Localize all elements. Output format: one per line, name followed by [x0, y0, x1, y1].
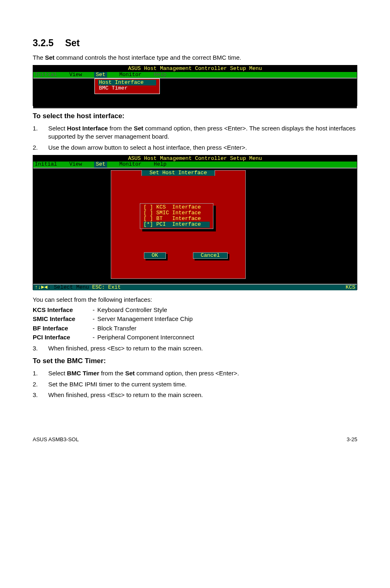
- def-key: SMIC Interface: [33, 314, 90, 323]
- def-val: Server Management Interface Chip: [97, 314, 194, 323]
- subhead-select-host-interface: To select the host interface:: [33, 112, 357, 121]
- dos-titlebar: ASUS Host Management Controller Setup Me…: [33, 155, 357, 162]
- status-right: KCS: [346, 285, 355, 290]
- menu-monitor: Monitor: [119, 162, 142, 167]
- lead-pre: The: [33, 54, 45, 61]
- set-dropdown: Host Interface BMC Timer: [94, 79, 160, 94]
- menu-set: Set: [94, 162, 107, 167]
- page-footer: ASUS ASMB3-SOL 3-25: [33, 436, 357, 443]
- cancel-button: Cancel: [193, 252, 228, 259]
- screenshot-set-dropdown: ASUS Host Management Controller Setup Me…: [33, 65, 357, 106]
- table-row: KCS Interface - Keyboard Controller Styl…: [33, 305, 194, 314]
- dos-statusbar: ↑↓►◄: Select Menu ESC: Exit KCS: [33, 285, 357, 290]
- screenshot-set-host-interface-dialog: ASUS Host Management Controller Setup Me…: [33, 155, 357, 290]
- steps-finish-1: 3. When finished, press <Esc> to return …: [33, 344, 357, 352]
- interface-option-selected: [*] PCI Interface: [143, 222, 210, 227]
- def-val: Block Transfer: [97, 324, 194, 333]
- menu-help: Help: [154, 72, 166, 78]
- table-row: BF Interface - Block Transfer: [33, 324, 194, 333]
- interface-option: [ ] SMIC Interface: [143, 210, 210, 216]
- dropdown-bmc-timer: BMC Timer: [98, 85, 156, 91]
- def-key: PCI Interface: [33, 333, 90, 342]
- step-number: 1.: [33, 124, 48, 141]
- interface-option: [ ] KCS Interface: [143, 204, 210, 210]
- def-key: BF Interface: [33, 324, 90, 333]
- dos-menubar: Initial View Set Monitor Help: [33, 72, 357, 78]
- ok-button: OK: [144, 252, 166, 259]
- def-dash: -: [90, 333, 97, 342]
- step-text: When finished, press <Esc> to return to …: [48, 344, 357, 352]
- dos-menubar: Initial View Set Monitor Help: [33, 162, 357, 167]
- dos-titlebar: ASUS Host Management Controller Setup Me…: [33, 65, 357, 72]
- interfaces-intro: You can select from the following interf…: [33, 296, 357, 304]
- interface-definitions-table: KCS Interface - Keyboard Controller Styl…: [33, 305, 194, 342]
- step-text: Set the BMC IPMI timer to the current sy…: [48, 380, 357, 388]
- dialog-set-host-interface: Set Host Interface [ ] KCS Interface [ ]…: [111, 170, 246, 279]
- menu-help: Help: [154, 162, 166, 167]
- status-arrows: ↑↓►◄: [35, 284, 47, 290]
- step-number: 3.: [33, 344, 48, 352]
- step-text: Select Host Interface from the Set comma…: [48, 124, 357, 141]
- lead-paragraph: The Set command controls the host interf…: [33, 54, 357, 62]
- dialog-title: Set Host Interface: [141, 170, 215, 176]
- def-val: Peripheral Component Interconnect: [97, 333, 194, 342]
- def-key: KCS Interface: [33, 305, 90, 314]
- status-select-menu: : Select Menu: [47, 284, 89, 290]
- step-text: When finished, press <Esc> to return to …: [48, 391, 357, 399]
- steps-select-host-interface: 1. Select Host Interface from the Set co…: [33, 124, 357, 152]
- steps-set-bmc-timer: 1. Select BMC Timer from the Set command…: [33, 369, 357, 399]
- menu-set: Set: [94, 72, 107, 78]
- step-text: Select BMC Timer from the Set command op…: [48, 369, 357, 377]
- interface-option: [ ] BT Interface: [143, 216, 210, 222]
- section-title: Set: [65, 38, 80, 48]
- def-dash: -: [90, 324, 97, 333]
- step-number: 3.: [33, 391, 48, 399]
- section-number: 3.2.5: [33, 37, 54, 49]
- footer-left: ASUS ASMB3-SOL: [33, 436, 79, 443]
- footer-right: 3-25: [347, 436, 357, 443]
- lead-bold: Set: [45, 54, 54, 61]
- step-number: 1.: [33, 369, 48, 377]
- menu-initial: Initial: [35, 162, 57, 167]
- def-dash: -: [90, 305, 97, 314]
- step-number: 2.: [33, 144, 48, 152]
- subhead-set-bmc-timer: To set the BMC Timer:: [33, 357, 357, 366]
- step-text: Use the down arrow button to select a ho…: [48, 144, 357, 152]
- interface-option-list: [ ] KCS Interface [ ] SMIC Interface [ ]…: [140, 203, 213, 229]
- dropdown-host-interface: Host Interface: [98, 80, 156, 85]
- step-number: 2.: [33, 380, 48, 388]
- def-dash: -: [90, 314, 97, 323]
- menu-initial: Initial: [35, 72, 57, 78]
- lead-post: command controls the host interface type…: [54, 54, 241, 61]
- menu-view: View: [69, 72, 82, 78]
- menu-view: View: [69, 162, 82, 167]
- table-row: SMIC Interface - Server Management Inter…: [33, 314, 194, 323]
- menu-monitor: Monitor: [119, 72, 142, 78]
- status-esc-exit: ESC: Exit: [89, 284, 121, 290]
- section-heading: 3.2.5Set: [33, 37, 357, 49]
- def-val: Keyboard Controller Style: [97, 305, 194, 314]
- table-row: PCI Interface - Peripheral Component Int…: [33, 333, 194, 342]
